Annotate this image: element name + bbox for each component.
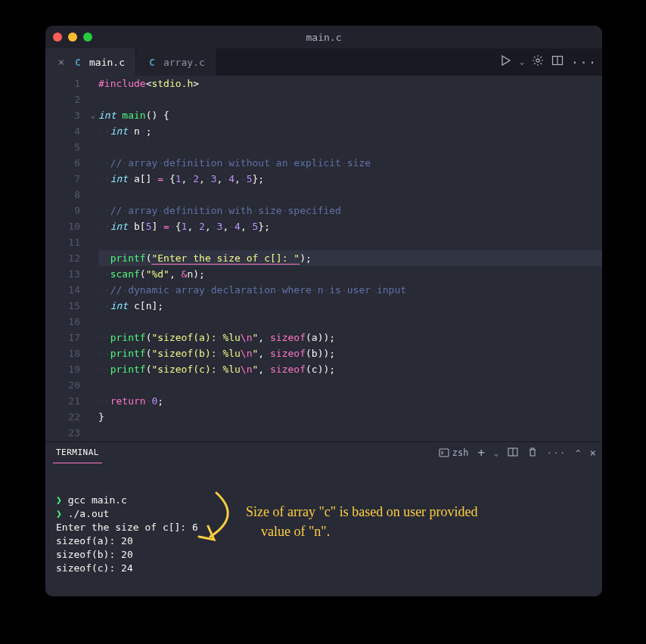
code-line[interactable]: [98, 91, 602, 107]
close-icon[interactable]: ×: [590, 447, 596, 459]
panel-tabbar: TERMINAL zsh + ⌄ ··· ^ ×: [45, 442, 602, 463]
svg-line-8: [541, 57, 542, 58]
panel-actions: zsh + ⌄ ··· ^ ×: [439, 442, 596, 463]
code-line[interactable]: [98, 139, 602, 155]
code-line[interactable]: [98, 187, 602, 203]
more-icon[interactable]: ···: [571, 55, 598, 70]
window-title: main.c: [45, 32, 602, 43]
code-line[interactable]: ··int·b[5]·=·{1,·2,·3,·4,·5};: [98, 218, 602, 234]
svg-line-7: [534, 63, 536, 65]
minimize-window-button[interactable]: [68, 33, 77, 42]
zoom-window-button[interactable]: [83, 33, 92, 42]
code-line[interactable]: [98, 425, 602, 441]
close-tab-icon[interactable]: ×: [56, 56, 67, 68]
code-line[interactable]: ··//·dynamic·array·declaration·where·n·i…: [98, 282, 602, 298]
svg-line-6: [541, 63, 542, 65]
editor-tabbar: ×Cmain.cCarray.c ⌄ ···: [45, 48, 602, 76]
c-lang-icon: C: [147, 57, 157, 67]
terminal-line: ❯ ./a.out: [56, 507, 592, 521]
code-line[interactable]: ··//·array·definition·with·size·specifie…: [98, 203, 602, 218]
gear-icon[interactable]: [532, 54, 544, 70]
c-lang-icon: C: [73, 57, 83, 67]
code-line[interactable]: ··int·a[]·=·{1,·2,·3,·4,·5};: [98, 171, 602, 187]
run-icon[interactable]: [500, 54, 512, 70]
editor-window: main.c ×Cmain.cCarray.c ⌄ ··· 1234567891…: [45, 26, 602, 596]
svg-point-0: [536, 59, 539, 62]
terminal-line: Enter the size of c[]: 6: [56, 521, 592, 534]
fold-gutter: ⌄: [88, 76, 98, 441]
more-icon[interactable]: ···: [547, 448, 567, 458]
tab-label: array.c: [163, 57, 205, 68]
close-window-button[interactable]: [53, 33, 62, 42]
code-line[interactable]: }: [98, 409, 602, 425]
chevron-down-icon[interactable]: ⌄: [494, 449, 498, 457]
code-line[interactable]: [98, 234, 602, 250]
titlebar: main.c: [45, 26, 602, 48]
code-editor[interactable]: 1234567891011121314151617181920212223 ⌄ …: [45, 76, 602, 441]
shell-select[interactable]: zsh: [439, 447, 469, 458]
window-controls: [53, 33, 92, 42]
terminal-line: ❯ gcc main.c: [56, 494, 592, 507]
terminal-line: sizeof(a): 20: [56, 534, 592, 548]
split-icon[interactable]: [551, 54, 564, 70]
terminal-panel: TERMINAL zsh + ⌄ ··· ^ × ❯ gcc ma: [45, 441, 602, 596]
code-line[interactable]: ··printf("sizeof(b):·%lu\n",·sizeof(b));: [98, 345, 602, 361]
code-line[interactable]: [98, 377, 602, 393]
panel-tab-terminal[interactable]: TERMINAL: [53, 442, 102, 463]
code-line[interactable]: ··int·n·;: [98, 123, 602, 139]
chevron-up-icon[interactable]: ^: [576, 448, 581, 458]
code-line[interactable]: #include<stdio.h>: [98, 76, 602, 91]
fold-icon[interactable]: ⌄: [91, 107, 95, 123]
terminal-output[interactable]: ❯ gcc main.c❯ ./a.outEnter the size of c…: [45, 463, 602, 596]
line-number-gutter: 1234567891011121314151617181920212223: [45, 76, 88, 441]
code-line[interactable]: ··scanf("%d", &n);: [98, 266, 602, 282]
terminal-line: sizeof(b): 20: [56, 548, 592, 562]
tab-label: main.c: [89, 57, 125, 68]
code-line[interactable]: ··printf("sizeof(a):·%lu\n",·sizeof(a));: [98, 330, 602, 345]
svg-line-5: [534, 57, 536, 58]
code-line[interactable]: ··//·array·definition·without·an·explici…: [98, 155, 602, 171]
code-line[interactable]: ··return·0;: [98, 393, 602, 409]
editor-tab-array-c[interactable]: Carray.c: [136, 48, 216, 76]
code-line[interactable]: [98, 314, 602, 330]
editor-tab-main-c[interactable]: ×Cmain.c: [45, 48, 136, 76]
terminal-line: sizeof(c): 24: [56, 562, 592, 575]
plus-icon[interactable]: +: [477, 447, 485, 458]
trash-icon[interactable]: [527, 447, 538, 460]
code-line[interactable]: int main() {: [98, 107, 602, 123]
split-icon[interactable]: [508, 447, 518, 460]
code-line[interactable]: ··int·c[n];: [98, 298, 602, 314]
svg-rect-11: [439, 449, 449, 457]
code-line[interactable]: ··printf("Enter the size of c[]: ");: [98, 250, 602, 266]
code-line[interactable]: ··printf("sizeof(c):·%lu\n",·sizeof(c));: [98, 361, 602, 377]
code-area[interactable]: #include<stdio.h> int main() {··int·n·; …: [98, 76, 602, 441]
editor-toolbar: ⌄ ···: [500, 48, 598, 76]
